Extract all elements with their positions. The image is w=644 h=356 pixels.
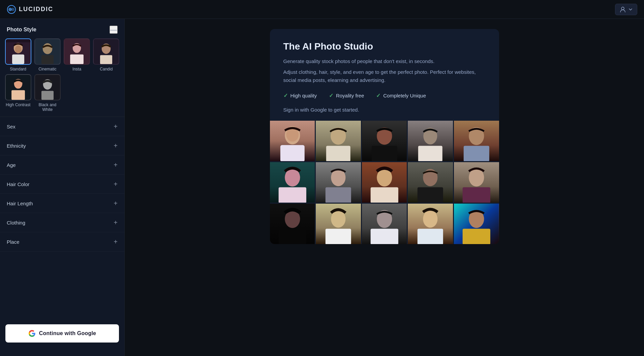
style-item-candid[interactable]: Candid bbox=[93, 38, 120, 71]
style-item-bw[interactable]: Black and White bbox=[34, 74, 61, 112]
svg-rect-7 bbox=[12, 55, 24, 64]
photo-r2c4-svg bbox=[408, 162, 453, 203]
filter-row-ethnicity[interactable]: Ethnicity + bbox=[0, 136, 124, 155]
photo-cell-r1c2 bbox=[316, 121, 361, 161]
photo-cell-r2c2 bbox=[316, 162, 361, 203]
svg-rect-54 bbox=[463, 187, 490, 203]
expand-icon-hair-color: + bbox=[114, 181, 118, 187]
cinematic-face-svg bbox=[35, 38, 60, 65]
photo-cell-r1c5 bbox=[454, 121, 499, 161]
photo-r1c2-svg bbox=[316, 121, 361, 161]
photo-cell-r3c1 bbox=[270, 204, 315, 244]
main-layout: Photo Style — bbox=[0, 19, 644, 356]
photo-cell-r2c1 bbox=[270, 162, 315, 203]
expand-icon-age: + bbox=[114, 161, 118, 168]
filter-row-hair-length[interactable]: Hair Length + bbox=[0, 194, 124, 213]
photo-cell-r1c1 bbox=[270, 121, 315, 161]
photo-cell-r2c3 bbox=[362, 162, 407, 203]
feature-completely-unique: ✓ Completely Unique bbox=[376, 92, 426, 99]
chevron-down-icon bbox=[628, 7, 633, 12]
svg-rect-66 bbox=[418, 229, 443, 244]
svg-rect-48 bbox=[370, 187, 398, 203]
minimize-button[interactable]: — bbox=[110, 26, 118, 34]
photo-r3c4-svg bbox=[408, 204, 453, 244]
svg-rect-27 bbox=[280, 145, 304, 161]
svg-rect-39 bbox=[464, 146, 489, 161]
svg-rect-36 bbox=[418, 146, 442, 161]
svg-rect-57 bbox=[278, 229, 306, 244]
photo-cell-r3c4 bbox=[408, 204, 453, 244]
expand-icon-clothing: + bbox=[114, 219, 118, 226]
google-button-label: Continue with Google bbox=[39, 330, 96, 336]
check-icon-cu: ✓ bbox=[376, 92, 380, 99]
photo-cell-r2c5 bbox=[454, 162, 499, 203]
card-description-2: Adjust clothing, hair, style, and even a… bbox=[283, 68, 486, 84]
standard-face-svg bbox=[6, 38, 31, 65]
expand-icon-place: + bbox=[114, 238, 118, 245]
style-item-insta[interactable]: Insta bbox=[64, 38, 90, 71]
photo-r1c5-svg bbox=[454, 121, 499, 161]
style-thumb-candid bbox=[93, 38, 119, 65]
content-area: The AI Photo Studio Generate quality sto… bbox=[125, 19, 644, 356]
info-card: The AI Photo Studio Generate quality sto… bbox=[270, 29, 499, 244]
svg-rect-8 bbox=[6, 39, 31, 42]
filter-row-clothing[interactable]: Clothing + bbox=[0, 213, 124, 232]
filter-row-sex[interactable]: Sex + bbox=[0, 117, 124, 136]
photo-r3c3-svg bbox=[362, 204, 407, 244]
svg-rect-51 bbox=[418, 187, 443, 203]
svg-rect-33 bbox=[371, 146, 397, 161]
card-description-1: Generate quality stock photos of people … bbox=[283, 57, 486, 65]
style-item-standard[interactable]: Standard bbox=[5, 38, 31, 71]
user-menu-button[interactable] bbox=[615, 4, 637, 15]
style-item-cinematic[interactable]: Cinematic bbox=[34, 38, 61, 71]
photo-r3c2-svg bbox=[316, 204, 361, 244]
style-label-insta: Insta bbox=[72, 67, 81, 71]
filter-row-age[interactable]: Age + bbox=[0, 155, 124, 175]
filter-label-place: Place bbox=[7, 239, 20, 245]
filter-row-hair-color[interactable]: Hair Color + bbox=[0, 175, 124, 194]
style-label-standard: Standard bbox=[10, 67, 26, 71]
photo-r2c2-svg bbox=[316, 162, 361, 203]
header-right bbox=[615, 4, 637, 15]
style-thumb-standard bbox=[5, 38, 31, 65]
feature-label-hq: High quality bbox=[290, 93, 317, 98]
filter-label-hair-color: Hair Color bbox=[7, 181, 30, 187]
logo-text: LUCIDDIC bbox=[19, 6, 53, 13]
logo-icon bbox=[7, 5, 16, 14]
svg-point-65 bbox=[423, 210, 438, 228]
svg-rect-14 bbox=[70, 55, 84, 64]
svg-rect-11 bbox=[41, 55, 54, 64]
photo-grid bbox=[270, 121, 499, 244]
svg-rect-30 bbox=[326, 146, 350, 161]
style-thumb-highcontrast bbox=[5, 74, 31, 100]
filter-label-clothing: Clothing bbox=[7, 220, 25, 226]
photo-r1c4-svg bbox=[408, 121, 453, 161]
svg-rect-20 bbox=[11, 90, 25, 100]
feature-royalty-free: ✓ Royality free bbox=[329, 92, 364, 99]
check-icon-hq: ✓ bbox=[283, 92, 288, 99]
photo-r3c5-svg bbox=[454, 204, 499, 244]
filter-section: Sex + Ethnicity + Age + Hair Color + Hai… bbox=[0, 117, 124, 251]
photo-cell-r2c4 bbox=[408, 162, 453, 203]
style-label-bw: Black and White bbox=[34, 102, 61, 112]
style-item-highcontrast[interactable]: High Contrast bbox=[5, 74, 31, 112]
photo-cell-r3c2 bbox=[316, 204, 361, 244]
svg-rect-63 bbox=[370, 229, 398, 244]
photo-r3c1-svg bbox=[270, 204, 315, 244]
expand-icon-ethnicity: + bbox=[114, 142, 118, 149]
style-thumb-bw bbox=[34, 74, 61, 100]
features-list: ✓ High quality ✓ Royality free ✓ Complet… bbox=[283, 92, 486, 99]
svg-rect-23 bbox=[41, 91, 54, 100]
sidebar: Photo Style — bbox=[0, 19, 125, 356]
style-grid: Standard Cinematic bbox=[0, 38, 124, 117]
style-label-highcontrast: High Contrast bbox=[6, 102, 30, 107]
photo-style-title: Photo Style bbox=[7, 27, 36, 33]
continue-with-google-button[interactable]: Continue with Google bbox=[5, 324, 119, 343]
filter-row-place[interactable]: Place + bbox=[0, 232, 124, 251]
card-title: The AI Photo Studio bbox=[283, 41, 486, 52]
svg-point-59 bbox=[331, 210, 345, 228]
svg-rect-45 bbox=[326, 187, 351, 203]
svg-rect-60 bbox=[326, 229, 351, 244]
svg-rect-42 bbox=[278, 187, 306, 203]
svg-point-53 bbox=[469, 169, 484, 186]
